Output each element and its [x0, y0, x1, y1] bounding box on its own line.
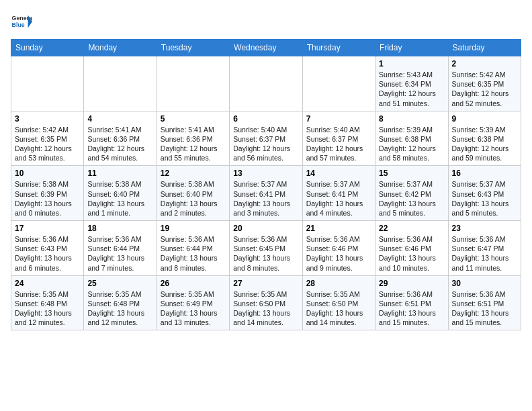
day-cell: 1Sunrise: 5:43 AM Sunset: 6:34 PM Daylig… — [375, 56, 448, 111]
day-info: Sunrise: 5:39 AM Sunset: 6:38 PM Dayligh… — [452, 125, 517, 163]
day-cell: 29Sunrise: 5:36 AM Sunset: 6:51 PM Dayli… — [375, 275, 448, 330]
day-number: 26 — [161, 279, 226, 288]
day-cell — [302, 56, 375, 111]
day-number: 14 — [306, 169, 371, 178]
day-info: Sunrise: 5:38 AM Sunset: 6:40 PM Dayligh… — [161, 179, 226, 218]
day-cell: 3Sunrise: 5:42 AM Sunset: 6:35 PM Daylig… — [11, 111, 84, 166]
day-info: Sunrise: 5:35 AM Sunset: 6:50 PM Dayligh… — [233, 289, 298, 328]
day-number: 17 — [15, 224, 80, 233]
day-cell — [157, 56, 229, 111]
day-info: Sunrise: 5:36 AM Sunset: 6:46 PM Dayligh… — [306, 234, 371, 273]
day-info: Sunrise: 5:41 AM Sunset: 6:36 PM Dayligh… — [87, 125, 152, 163]
day-cell — [230, 56, 302, 111]
day-info: Sunrise: 5:35 AM Sunset: 6:48 PM Dayligh… — [87, 289, 152, 328]
day-number: 25 — [87, 279, 152, 288]
day-number: 11 — [87, 169, 152, 178]
day-cell: 22Sunrise: 5:36 AM Sunset: 6:46 PM Dayli… — [375, 221, 448, 276]
day-number: 29 — [379, 279, 444, 288]
day-info: Sunrise: 5:41 AM Sunset: 6:36 PM Dayligh… — [161, 125, 226, 163]
day-info: Sunrise: 5:38 AM Sunset: 6:39 PM Dayligh… — [15, 179, 80, 218]
day-cell: 8Sunrise: 5:39 AM Sunset: 6:38 PM Daylig… — [375, 111, 448, 166]
day-number: 1 — [379, 59, 444, 68]
day-info: Sunrise: 5:37 AM Sunset: 6:42 PM Dayligh… — [379, 179, 444, 218]
day-info: Sunrise: 5:42 AM Sunset: 6:35 PM Dayligh… — [452, 70, 517, 108]
day-number: 28 — [306, 279, 371, 288]
day-info: Sunrise: 5:37 AM Sunset: 6:41 PM Dayligh… — [233, 179, 298, 218]
day-number: 4 — [87, 114, 152, 124]
day-info: Sunrise: 5:36 AM Sunset: 6:44 PM Dayligh… — [161, 234, 226, 273]
day-cell: 27Sunrise: 5:35 AM Sunset: 6:50 PM Dayli… — [230, 275, 302, 330]
day-info: Sunrise: 5:36 AM Sunset: 6:43 PM Dayligh… — [15, 234, 80, 273]
day-number: 13 — [233, 169, 298, 178]
day-number: 27 — [233, 279, 298, 288]
day-number: 18 — [87, 224, 152, 233]
day-cell: 25Sunrise: 5:35 AM Sunset: 6:48 PM Dayli… — [84, 275, 157, 330]
day-number: 10 — [15, 169, 80, 178]
day-cell: 21Sunrise: 5:36 AM Sunset: 6:46 PM Dayli… — [302, 221, 375, 276]
weekday-header-thursday: Thursday — [302, 40, 375, 56]
day-cell: 15Sunrise: 5:37 AM Sunset: 6:42 PM Dayli… — [375, 166, 448, 221]
day-cell: 11Sunrise: 5:38 AM Sunset: 6:40 PM Dayli… — [84, 166, 157, 221]
day-cell: 30Sunrise: 5:36 AM Sunset: 6:51 PM Dayli… — [448, 275, 521, 330]
day-number: 2 — [452, 59, 517, 68]
weekday-header-monday: Monday — [84, 40, 157, 56]
day-cell: 13Sunrise: 5:37 AM Sunset: 6:41 PM Dayli… — [230, 166, 302, 221]
day-number: 21 — [306, 224, 371, 233]
day-info: Sunrise: 5:35 AM Sunset: 6:50 PM Dayligh… — [306, 289, 371, 328]
day-info: Sunrise: 5:36 AM Sunset: 6:47 PM Dayligh… — [452, 234, 517, 273]
week-row-5: 24Sunrise: 5:35 AM Sunset: 6:48 PM Dayli… — [11, 275, 521, 330]
calendar-table: SundayMondayTuesdayWednesdayThursdayFrid… — [11, 39, 521, 330]
day-cell: 28Sunrise: 5:35 AM Sunset: 6:50 PM Dayli… — [302, 275, 375, 330]
day-cell: 24Sunrise: 5:35 AM Sunset: 6:48 PM Dayli… — [11, 275, 84, 330]
weekday-header-wednesday: Wednesday — [230, 40, 302, 56]
day-cell — [84, 56, 157, 111]
day-info: Sunrise: 5:35 AM Sunset: 6:49 PM Dayligh… — [161, 289, 226, 328]
day-cell: 26Sunrise: 5:35 AM Sunset: 6:49 PM Dayli… — [157, 275, 229, 330]
day-number: 6 — [233, 114, 298, 124]
week-row-1: 1Sunrise: 5:43 AM Sunset: 6:34 PM Daylig… — [11, 56, 521, 111]
day-number: 30 — [452, 279, 517, 288]
day-number: 9 — [452, 114, 517, 124]
day-cell: 20Sunrise: 5:36 AM Sunset: 6:45 PM Dayli… — [230, 221, 302, 276]
day-number: 23 — [452, 224, 517, 233]
day-number: 16 — [452, 169, 517, 178]
day-cell: 5Sunrise: 5:41 AM Sunset: 6:36 PM Daylig… — [157, 111, 229, 166]
svg-text:Blue: Blue — [12, 21, 25, 28]
day-info: Sunrise: 5:37 AM Sunset: 6:43 PM Dayligh… — [452, 179, 517, 218]
day-cell: 2Sunrise: 5:42 AM Sunset: 6:35 PM Daylig… — [448, 56, 521, 111]
week-row-4: 17Sunrise: 5:36 AM Sunset: 6:43 PM Dayli… — [11, 221, 521, 276]
day-info: Sunrise: 5:36 AM Sunset: 6:51 PM Dayligh… — [452, 289, 517, 328]
week-row-3: 10Sunrise: 5:38 AM Sunset: 6:39 PM Dayli… — [11, 166, 521, 221]
day-number: 12 — [161, 169, 226, 178]
day-number: 15 — [379, 169, 444, 178]
day-info: Sunrise: 5:39 AM Sunset: 6:38 PM Dayligh… — [379, 125, 444, 163]
day-cell: 6Sunrise: 5:40 AM Sunset: 6:37 PM Daylig… — [230, 111, 302, 166]
day-number: 3 — [15, 114, 80, 124]
day-info: Sunrise: 5:38 AM Sunset: 6:40 PM Dayligh… — [87, 179, 152, 218]
day-info: Sunrise: 5:36 AM Sunset: 6:46 PM Dayligh… — [379, 234, 444, 273]
day-info: Sunrise: 5:36 AM Sunset: 6:44 PM Dayligh… — [87, 234, 152, 273]
day-number: 8 — [379, 114, 444, 124]
day-info: Sunrise: 5:35 AM Sunset: 6:48 PM Dayligh… — [15, 289, 80, 328]
day-number: 20 — [233, 224, 298, 233]
day-cell: 12Sunrise: 5:38 AM Sunset: 6:40 PM Dayli… — [157, 166, 229, 221]
day-cell: 18Sunrise: 5:36 AM Sunset: 6:44 PM Dayli… — [84, 221, 157, 276]
page-header: General Blue — [11, 11, 521, 32]
day-cell: 17Sunrise: 5:36 AM Sunset: 6:43 PM Dayli… — [11, 221, 84, 276]
day-info: Sunrise: 5:36 AM Sunset: 6:45 PM Dayligh… — [233, 234, 298, 273]
day-info: Sunrise: 5:43 AM Sunset: 6:34 PM Dayligh… — [379, 70, 444, 108]
day-cell: 7Sunrise: 5:40 AM Sunset: 6:37 PM Daylig… — [302, 111, 375, 166]
day-info: Sunrise: 5:36 AM Sunset: 6:51 PM Dayligh… — [379, 289, 444, 328]
weekday-header-sunday: Sunday — [11, 40, 84, 56]
day-cell: 23Sunrise: 5:36 AM Sunset: 6:47 PM Dayli… — [448, 221, 521, 276]
weekday-header-friday: Friday — [375, 40, 448, 56]
day-cell: 19Sunrise: 5:36 AM Sunset: 6:44 PM Dayli… — [157, 221, 229, 276]
day-number: 22 — [379, 224, 444, 233]
day-cell: 10Sunrise: 5:38 AM Sunset: 6:39 PM Dayli… — [11, 166, 84, 221]
day-number: 7 — [306, 114, 371, 124]
day-number: 24 — [15, 279, 80, 288]
logo-icon: General Blue — [11, 11, 32, 32]
weekday-header-tuesday: Tuesday — [157, 40, 229, 56]
day-cell: 4Sunrise: 5:41 AM Sunset: 6:36 PM Daylig… — [84, 111, 157, 166]
day-number: 5 — [161, 114, 226, 124]
